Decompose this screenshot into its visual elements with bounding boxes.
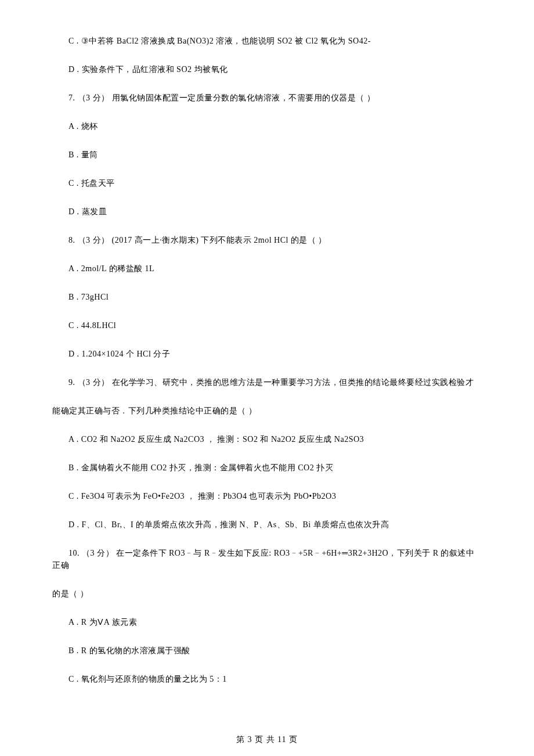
q10-option-b: B . R 的氢化物的水溶液属于强酸 bbox=[52, 645, 482, 657]
q7-option-c: C . 托盘天平 bbox=[52, 177, 482, 189]
q9-option-d: D . F、Cl、Br,、I 的单质熔点依次升高，推测 N、P、As、Sb、Bi… bbox=[52, 519, 482, 531]
document-body: C . ③中若将 BaCl2 溶液换成 Ba(NO3)2 溶液，也能说明 SO2… bbox=[52, 35, 482, 685]
q9-option-b: B . 金属钠着火不能用 CO2 扑灭，推测：金属钾着火也不能用 CO2 扑灭 bbox=[52, 462, 482, 474]
question-9-stem-line2: 能确定其正确与否．下列几种类推结论中正确的是（ ） bbox=[52, 405, 482, 417]
option-c: C . ③中若将 BaCl2 溶液换成 Ba(NO3)2 溶液，也能说明 SO2… bbox=[52, 35, 482, 47]
q10-option-a: A . R 为ⅤA 族元素 bbox=[52, 616, 482, 628]
question-10-stem-line1: 10. （3 分） 在一定条件下 RO3﹣与 R﹣发生如下反应: RO3﹣+5R… bbox=[52, 547, 482, 571]
question-10-stem-line2: 的是（ ） bbox=[52, 588, 482, 600]
question-8-stem: 8. （3 分） (2017 高一上·衡水期末) 下列不能表示 2mol HCl… bbox=[52, 234, 482, 246]
question-9-stem-line1: 9. （3 分） 在化学学习、研究中，类推的思维方法是一种重要学习方法，但类推的… bbox=[52, 376, 482, 388]
q8-option-a: A . 2mol/L 的稀盐酸 1L bbox=[52, 262, 482, 275]
q8-option-b: B . 73gHCl bbox=[52, 291, 482, 303]
question-7-stem: 7. （3 分） 用氯化钠固体配置一定质量分数的氯化钠溶液，不需要用的仪器是（ … bbox=[52, 92, 482, 104]
option-d: D . 实验条件下，品红溶液和 SO2 均被氧化 bbox=[52, 63, 482, 75]
q9-option-c: C . Fe3O4 可表示为 FeO•Fe2O3 ， 推测：Pb3O4 也可表示… bbox=[52, 490, 482, 502]
q10-option-c: C . 氧化剂与还原剂的物质的量之比为 5：1 bbox=[52, 673, 482, 685]
q7-option-b: B . 量筒 bbox=[52, 149, 482, 161]
q7-option-a: A . 烧杯 bbox=[52, 120, 482, 132]
q9-option-a: A . CO2 和 Na2O2 反应生成 Na2CO3 ， 推测：SO2 和 N… bbox=[52, 433, 482, 445]
page-footer: 第 3 页 共 11 页 bbox=[0, 733, 534, 746]
q8-option-c: C . 44.8LHCl bbox=[52, 319, 482, 332]
q7-option-d: D . 蒸发皿 bbox=[52, 206, 482, 218]
q8-option-d: D . 1.204×1024 个 HCl 分子 bbox=[52, 348, 482, 360]
